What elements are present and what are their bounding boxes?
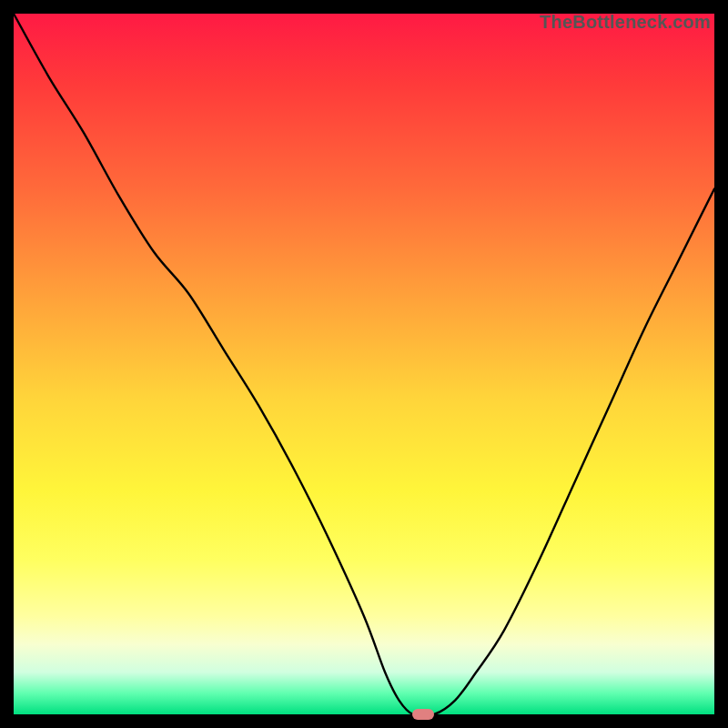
plot-area: TheBottleneck.com (14, 14, 714, 714)
minimum-marker (412, 709, 434, 720)
bottleneck-curve (14, 14, 714, 714)
chart-frame: TheBottleneck.com (0, 0, 728, 728)
